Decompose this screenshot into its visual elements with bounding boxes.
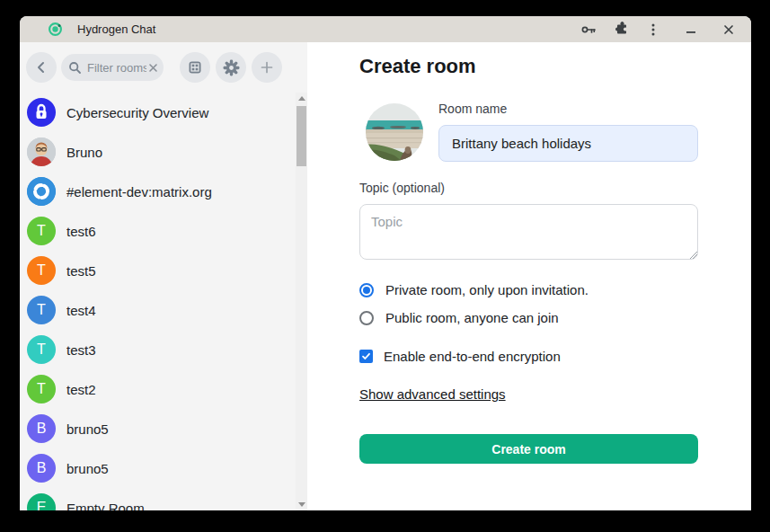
room-list-item[interactable]: T — [20, 290, 296, 330]
private-room-label: Private room, only upon invitation. — [385, 282, 589, 297]
search-icon — [68, 61, 82, 75]
page-title: Create room — [359, 55, 476, 78]
sidebar-header — [20, 52, 307, 83]
password-key-icon[interactable] — [577, 18, 600, 41]
room-avatar — [27, 177, 56, 206]
room-avatar-initial: T — [37, 302, 46, 318]
room-avatar — [27, 98, 56, 127]
room-avatar: T — [27, 375, 56, 403]
room-name-label: Bruno — [66, 145, 102, 160]
room-name-label: #element-dev:matrix.org — [66, 184, 212, 200]
filter-rooms-field[interactable] — [61, 54, 164, 81]
room-name-label: bruno5 — [66, 461, 109, 476]
room-avatar-initial: T — [37, 262, 46, 279]
public-room-radio[interactable] — [359, 311, 374, 325]
encryption-checkbox[interactable] — [359, 350, 373, 363]
bruno-photo-avatar — [27, 137, 56, 166]
room-avatar-initial: T — [37, 341, 46, 358]
create-room-submit-button[interactable]: Create room — [359, 434, 698, 464]
public-room-option[interactable]: Public room, anyone can join — [359, 310, 559, 325]
lock-icon — [27, 98, 56, 127]
room-avatar-upload[interactable] — [366, 103, 423, 161]
room-name-label: Room name — [438, 102, 507, 116]
room-name-label: test4 — [66, 303, 96, 318]
encryption-option[interactable]: Enable end-to-end encryption — [359, 349, 561, 364]
browser-menu-icon[interactable] — [642, 18, 665, 41]
room-list-item[interactable]: Cybersecurity Overview — [20, 93, 296, 132]
room-list-item[interactable]: T — [20, 369, 296, 409]
room-avatar: T — [27, 335, 56, 364]
show-advanced-settings-link[interactable]: Show advanced settings — [359, 386, 506, 402]
create-room-plus-button[interactable] — [252, 52, 282, 83]
room-list-item[interactable]: #element-dev:matrix.org — [20, 172, 296, 211]
window-title: Hydrogen Chat — [77, 22, 155, 36]
topic-textarea[interactable] — [359, 204, 698, 260]
room-list-item[interactable]: T — [20, 330, 296, 369]
topic-label: Topic (optional) — [359, 181, 445, 195]
room-name-label: bruno5 — [66, 421, 109, 437]
room-avatar: B — [27, 414, 56, 443]
beach-photo — [366, 103, 423, 161]
grid-view-button[interactable] — [180, 52, 210, 83]
room-avatar-initial: E — [37, 500, 47, 510]
scrollbar-thumb[interactable] — [296, 106, 306, 166]
hydrogen-logo-icon — [49, 22, 62, 36]
scroll-down-arrow-icon[interactable] — [296, 499, 307, 510]
room-name-label: test6 — [66, 224, 96, 239]
private-room-radio[interactable] — [359, 283, 374, 297]
room-avatar: E — [27, 493, 56, 510]
titlebar: Hydrogen Chat — [20, 16, 751, 42]
create-room-panel: Create room — [307, 42, 751, 510]
titlebar-controls — [577, 16, 740, 42]
scroll-up-arrow-icon[interactable] — [296, 93, 307, 104]
room-list-item[interactable]: B — [20, 409, 296, 448]
filter-rooms-input[interactable] — [87, 61, 146, 75]
room-name-label: Cybersecurity Overview — [66, 105, 208, 120]
public-room-label: Public room, anyone can join — [385, 310, 559, 325]
check-icon — [361, 351, 371, 361]
element-logo-icon — [27, 177, 56, 206]
room-avatar: T — [27, 217, 56, 245]
private-room-option[interactable]: Private room, only upon invitation. — [359, 282, 589, 297]
room-list-item[interactable]: T — [20, 251, 296, 290]
room-name-label: test2 — [66, 382, 96, 397]
back-button[interactable] — [26, 52, 57, 83]
room-list-scrollbar[interactable] — [296, 93, 307, 510]
close-button[interactable] — [717, 18, 740, 41]
textarea-resize-handle[interactable] — [689, 251, 697, 259]
room-avatar-initial: B — [37, 421, 47, 437]
room-avatar: B — [27, 454, 56, 483]
room-name-input[interactable] — [438, 125, 698, 162]
room-avatar-initial: B — [37, 460, 47, 476]
room-list-item[interactable]: T — [20, 211, 296, 251]
room-name-label: test5 — [66, 263, 96, 279]
screen-background: Hydrogen Chat — [0, 0, 770, 532]
room-list-item[interactable]: Bruno — [20, 132, 296, 172]
clear-filter-icon[interactable] — [148, 63, 158, 73]
app-window: Hydrogen Chat — [20, 16, 751, 510]
room-avatar-initial: T — [37, 223, 46, 239]
room-avatar: T — [27, 256, 56, 285]
room-name-label: test3 — [66, 342, 96, 358]
extensions-puzzle-icon[interactable] — [609, 18, 633, 41]
room-list: Cybersecurity Overview — [20, 93, 296, 510]
room-name-label: Empty Room — [66, 501, 145, 511]
encryption-label: Enable end-to-end encryption — [384, 349, 561, 364]
room-list-item[interactable]: B — [20, 448, 296, 488]
room-list-item[interactable]: E — [20, 488, 296, 510]
settings-gear-button[interactable] — [216, 52, 246, 83]
room-avatar-initial: T — [37, 381, 46, 397]
room-avatar: T — [27, 296, 56, 324]
sidebar: Cybersecurity Overview — [20, 42, 307, 510]
room-avatar — [27, 137, 56, 166]
minimize-button[interactable] — [679, 18, 703, 41]
